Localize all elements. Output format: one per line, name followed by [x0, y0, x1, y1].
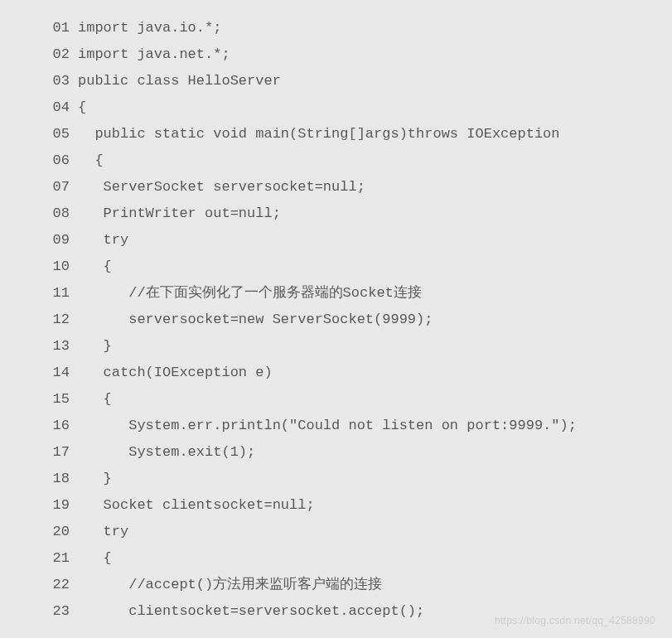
code-line: 16 System.err.println("Could not listen …: [17, 413, 655, 439]
line-text: {: [78, 386, 112, 413]
line-number: 13: [17, 333, 78, 360]
line-number: 19: [17, 492, 78, 519]
code-line: 19 Socket clientsocket=null;: [17, 492, 655, 519]
line-number: 05: [17, 121, 78, 147]
line-number: 06: [17, 147, 78, 174]
line-text: //accept()方法用来监听客户端的连接: [78, 572, 382, 598]
line-number: 10: [17, 254, 78, 280]
code-line: 15 {: [17, 386, 655, 413]
code-line: 06 {: [17, 147, 655, 174]
code-line: 04{: [17, 94, 655, 121]
code-line: 02import java.net.*;: [17, 41, 655, 68]
line-text: try: [78, 227, 128, 254]
line-number: 15: [17, 386, 78, 413]
code-line: 01import java.io.*;: [17, 15, 655, 41]
line-number: 02: [17, 41, 78, 68]
code-line: 12 serversocket=new ServerSocket(9999);: [17, 307, 655, 333]
code-line: 09 try: [17, 227, 655, 254]
line-text: PrintWriter out=null;: [78, 201, 281, 227]
line-text: //在下面实例化了一个服务器端的Socket连接: [78, 280, 422, 307]
line-text: serversocket=new ServerSocket(9999);: [78, 307, 433, 333]
line-number: 21: [17, 545, 78, 572]
line-number: 23: [17, 598, 78, 625]
line-text: {: [78, 94, 86, 121]
line-text: import java.net.*;: [78, 41, 230, 68]
line-number: 09: [17, 227, 78, 254]
line-text: {: [78, 147, 104, 174]
line-number: 20: [17, 519, 78, 545]
code-line: 22 //accept()方法用来监听客户端的连接: [17, 572, 655, 598]
line-text: public static void main(String[]args)thr…: [78, 121, 560, 147]
code-line: 13 }: [17, 333, 655, 360]
line-text: catch(IOException e): [78, 360, 273, 386]
code-line: 11 //在下面实例化了一个服务器端的Socket连接: [17, 280, 655, 307]
line-text: {: [78, 254, 112, 280]
line-number: 01: [17, 15, 78, 41]
code-line: 05 public static void main(String[]args)…: [17, 121, 655, 147]
code-line: 21 {: [17, 545, 655, 572]
line-text: import java.io.*;: [78, 15, 221, 41]
line-text: {: [78, 545, 112, 572]
watermark-text: https://blog.csdn.net/qq_42588990: [495, 615, 655, 626]
line-number: 14: [17, 360, 78, 386]
code-line: 03public class HelloServer: [17, 68, 655, 94]
code-line: 20 try: [17, 519, 655, 545]
line-number: 03: [17, 68, 78, 94]
line-number: 18: [17, 466, 78, 492]
code-line: 17 System.exit(1);: [17, 439, 655, 466]
line-number: 04: [17, 94, 78, 121]
line-text: }: [78, 466, 112, 492]
line-text: try: [78, 519, 128, 545]
line-text: clientsocket=serversocket.accept();: [78, 598, 424, 625]
line-number: 22: [17, 572, 78, 598]
line-text: System.err.println("Could not listen on …: [78, 413, 577, 439]
line-text: System.exit(1);: [78, 439, 255, 466]
code-line: 08 PrintWriter out=null;: [17, 201, 655, 227]
line-number: 16: [17, 413, 78, 439]
code-listing: 01import java.io.*; 02import java.net.*;…: [0, 0, 672, 631]
code-line: 18 }: [17, 466, 655, 492]
line-text: public class HelloServer: [78, 68, 281, 94]
line-text: ServerSocket serversocket=null;: [78, 174, 365, 201]
line-number: 12: [17, 307, 78, 333]
line-text: Socket clientsocket=null;: [78, 492, 315, 519]
code-line: 10 {: [17, 254, 655, 280]
line-text: }: [78, 333, 112, 360]
line-number: 11: [17, 280, 78, 307]
line-number: 08: [17, 201, 78, 227]
line-number: 07: [17, 174, 78, 201]
code-line: 07 ServerSocket serversocket=null;: [17, 174, 655, 201]
code-line: 14 catch(IOException e): [17, 360, 655, 386]
line-number: 17: [17, 439, 78, 466]
